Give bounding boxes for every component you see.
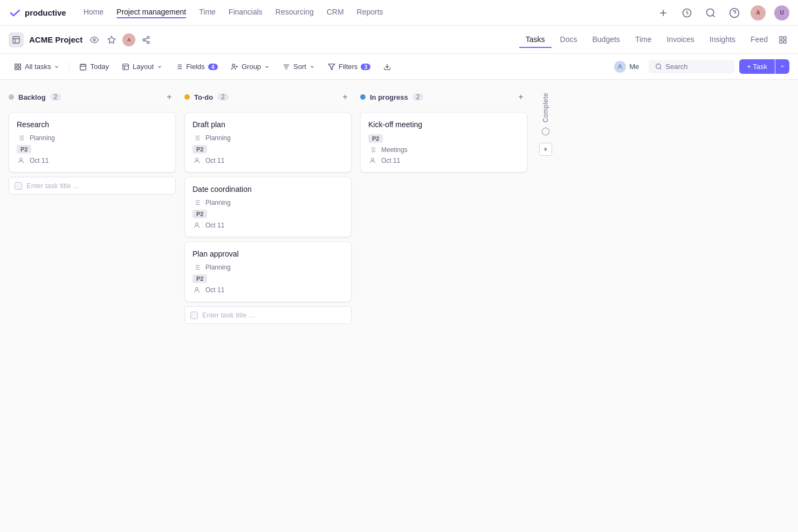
task-priority-pa: P2 [192,274,207,283]
svg-point-34 [232,64,235,66]
tab-invoices[interactable]: Invoices [660,32,700,48]
column-header-todo: To-do 2 + [184,88,352,108]
add-task-placeholder-backlog: Enter task title ... [26,182,79,190]
project-header: ACME Project A Tasks Docs Budgets Time I… [0,26,798,54]
logo[interactable]: productive [9,6,66,19]
add-task-input-todo[interactable]: Enter task title ... [184,306,352,324]
me-button[interactable]: Me [609,58,644,75]
tab-insights[interactable]: Insights [703,32,742,48]
nav-financials[interactable]: Financials [229,8,263,18]
help-icon[interactable] [727,5,742,20]
task-card-date-coordination[interactable]: Date coordination Planning P2 Oct 11 [184,177,352,237]
svg-point-51 [20,158,23,161]
filters-label: Filters [339,63,357,71]
column-title-inprogress: In progress [370,93,408,101]
project-tabs: Tasks Docs Budgets Time Invoices Insight… [519,32,789,48]
download-button[interactable] [378,60,396,73]
avatar-user[interactable]: U [774,5,789,20]
avatar-notification[interactable]: A [751,5,766,20]
task-card-draft-plan[interactable]: Draft plan Planning P2 Oct 11 [184,112,352,172]
svg-point-80 [542,128,549,136]
task-meta-row-priority-pa: P2 [192,274,343,283]
add-task-group: + Task [739,59,789,74]
collapse-button[interactable] [539,143,552,156]
fields-button[interactable]: Fields 4 [170,60,223,73]
add-task-dropdown-button[interactable] [775,59,789,74]
group-button[interactable]: Group [225,60,275,73]
today-label: Today [90,63,109,71]
search-icon [655,63,662,70]
svg-line-44 [660,68,661,69]
project-avatar[interactable]: A [122,33,135,46]
star-icon[interactable] [105,33,118,46]
share-icon[interactable] [140,33,153,46]
add-task-button[interactable]: + Task [739,59,775,74]
svg-point-3 [707,9,714,16]
task-card-research[interactable]: Research Planning P2 Oct 11 [9,112,176,172]
task-meta-row-priority: P2 [17,145,168,154]
column-title-todo: To-do [194,93,213,101]
top-nav-right: A U [656,5,789,20]
me-avatar [614,61,626,73]
task-card-kickoff[interactable]: Kick-off meeting P2 Meetings Oct 11 [360,112,527,172]
project-icon [9,32,24,47]
svg-rect-16 [783,37,786,39]
add-task-input-backlog[interactable]: Enter task title ... [9,177,176,195]
timer-icon[interactable] [679,5,694,20]
list-icon-pa [192,264,201,271]
nav-reports[interactable]: Reports [357,8,383,18]
task-title-date-coordination: Date coordination [192,185,343,194]
task-meta-row-priority-draft: P2 [192,145,343,154]
tab-budgets[interactable]: Budgets [586,32,627,48]
tab-time[interactable]: Time [629,32,658,48]
task-date-research: Oct 11 [30,157,49,164]
column-add-backlog[interactable]: + [163,91,176,103]
task-meta-row-category-pa: Planning [192,264,343,271]
project-name: ACME Project [29,35,82,44]
column-complete: Complete [536,88,555,523]
toolbar-right: Me Search + Task [609,58,789,75]
layout-button[interactable]: Layout [116,60,168,73]
sort-label: Sort [293,63,306,71]
column-add-inprogress[interactable]: + [514,91,527,103]
all-tasks-button[interactable]: All tasks [9,60,65,73]
user-icon-pa [192,286,201,294]
svg-point-43 [656,64,661,69]
column-count-todo: 2 [217,93,229,101]
task-meta-row-category: Planning [17,134,168,142]
column-add-todo[interactable]: + [339,91,352,103]
sort-button[interactable]: Sort [277,60,320,73]
nav-crm[interactable]: CRM [327,8,344,18]
task-meta-row-date-pa: Oct 11 [192,286,343,294]
column-count-backlog: 2 [50,93,61,101]
nav-project-management[interactable]: Project management [116,8,186,18]
toolbar: All tasks Today Layout Fields 4 Group So… [0,54,798,80]
eye-icon[interactable] [88,33,101,46]
complete-circle-icon[interactable] [541,127,551,139]
status-dot-todo [184,94,190,100]
tab-tasks[interactable]: Tasks [519,32,552,48]
add-button[interactable] [656,5,671,20]
filters-button[interactable]: Filters 3 [322,60,376,73]
svg-point-58 [196,158,198,161]
add-task-checkbox-backlog [15,182,22,190]
tab-feed[interactable]: Feed [744,32,774,48]
nav-time[interactable]: Time [199,8,216,18]
nav-home[interactable]: Home [84,8,104,18]
filters-count: 3 [361,64,370,70]
column-backlog: Backlog 2 + Research Planning P2 Oct 11 [9,88,176,523]
complete-label: Complete [542,93,549,122]
today-button[interactable]: Today [74,60,114,73]
project-left: ACME Project A [9,32,153,47]
list-icon-datec [192,199,201,206]
nav-links: Home Project management Time Financials … [84,8,383,18]
layout-toggle-icon[interactable] [776,32,789,48]
task-card-plan-approval[interactable]: Plan approval Planning P2 Oct 11 [184,241,352,302]
svg-point-42 [619,65,621,67]
search-icon[interactable] [703,5,718,20]
user-icon [17,157,25,164]
nav-resourcing[interactable]: Resourcing [276,8,314,18]
tab-docs[interactable]: Docs [554,32,584,48]
board: Backlog 2 + Research Planning P2 Oct 11 [0,80,798,532]
search-bar[interactable]: Search [649,60,735,73]
